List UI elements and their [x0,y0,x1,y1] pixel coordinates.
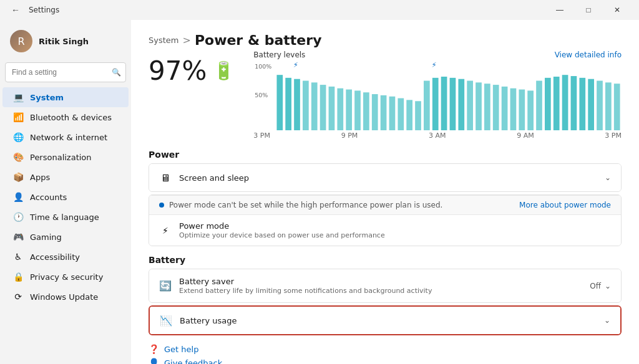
battery-saver-title: Battery saver [179,277,590,286]
give-feedback-link[interactable]: 👤 Give feedback [149,358,622,364]
svg-rect-24 [467,81,474,130]
get-help-icon: ❓ [149,344,159,354]
main-content: System > Power & battery 97% 🔋 Battery l… [131,20,639,364]
battery-percent: 97% 🔋 [149,55,235,86]
sidebar-label-gaming: Gaming [30,232,62,242]
svg-rect-15 [389,97,396,130]
sidebar-item-personalization[interactable]: 🎨 Personalization [2,147,129,167]
svg-rect-41 [614,84,620,130]
power-info-link[interactable]: More about power mode [519,201,611,209]
sidebar-nav: 💻 System 📶 Bluetooth & devices 🌐 Network… [0,87,131,307]
sidebar-item-network[interactable]: 🌐 Network & internet [2,127,129,147]
svg-rect-2 [277,75,283,130]
sidebar-item-accounts[interactable]: 👤 Accounts [2,187,129,207]
system-icon: 💻 [12,92,24,103]
sidebar-item-time[interactable]: 🕐 Time & language [2,207,129,227]
power-info-row: Power mode can't be set while the high p… [149,195,621,215]
sidebar-label-bluetooth: Bluetooth & devices [30,113,112,122]
svg-text:⚡: ⚡ [293,62,298,69]
sidebar-label-system: System [30,93,64,102]
svg-rect-23 [459,79,465,130]
power-mode-content: Power mode Optimize your device based on… [179,221,611,239]
svg-rect-20 [432,78,439,130]
battery-percent-area: 97% 🔋 [149,50,235,86]
power-section-card: 🖥 Screen and sleep ⌄ [149,163,622,192]
search-icon: 🔍 [112,68,121,77]
maximize-button[interactable]: □ [574,0,603,20]
power-mode-card: Power mode can't be set while the high p… [149,194,622,246]
screen-sleep-row[interactable]: 🖥 Screen and sleep ⌄ [149,164,621,191]
chart-label-5: 3 PM [605,132,622,140]
apps-icon: 📦 [12,171,24,183]
svg-rect-18 [416,101,422,130]
search-input[interactable] [5,62,126,82]
view-detailed-info-link[interactable]: View detailed info [555,50,622,59]
svg-rect-21 [441,77,447,130]
chart-header: Battery levels View detailed info [253,50,622,59]
svg-rect-35 [562,75,568,130]
breadcrumb: System > Power & battery [149,32,622,48]
chart-label-4: 9 AM [517,132,534,140]
chart-svg: 100%50%⚡⚡ [253,62,622,130]
svg-rect-39 [597,81,603,130]
minimize-button[interactable]: — [545,0,574,20]
sidebar-item-system[interactable]: 💻 System [2,87,129,107]
username: Ritik Singh [39,37,89,46]
sidebar: R Ritik Singh 🔍 💻 System 📶 Bluetooth & d… [0,20,131,364]
sidebar-user[interactable]: R Ritik Singh [0,25,131,60]
back-button[interactable]: ← [7,4,24,16]
svg-rect-10 [346,90,353,130]
battery-usage-action: ⌄ [604,316,610,325]
screen-sleep-action: ⌄ [605,173,611,182]
power-mode-icon: ⚡ [159,224,172,237]
power-info-text: Power mode can't be set while the high p… [169,201,442,209]
network-icon: 🌐 [12,132,24,143]
sidebar-item-bluetooth[interactable]: 📶 Bluetooth & devices [2,107,129,127]
svg-rect-32 [537,81,543,130]
svg-rect-33 [545,78,551,130]
battery-usage-title: Battery usage [180,316,604,325]
svg-rect-38 [588,79,595,130]
svg-rect-4 [295,79,301,130]
power-section-title: Power [149,150,622,160]
svg-rect-40 [605,82,612,130]
svg-rect-14 [381,95,387,130]
battery-saver-icon: 🔄 [159,280,172,292]
svg-rect-36 [571,76,577,130]
svg-rect-30 [519,90,525,130]
battery-saver-card: 🔄 Battery saver Extend battery life by l… [149,269,622,303]
power-mode-title: Power mode [179,221,611,231]
close-button[interactable]: ✕ [603,0,632,20]
avatar: R [10,30,32,52]
battery-saver-action: Off ⌄ [590,282,611,290]
personalization-icon: 🎨 [12,151,24,163]
page-header: 97% 🔋 Battery levels View detailed info … [149,50,622,140]
get-help-link[interactable]: ❓ Get help [149,344,622,354]
svg-rect-29 [510,89,517,130]
sidebar-item-accessibility[interactable]: ♿ Accessibility [2,247,129,267]
battery-section-title: Battery [149,255,622,265]
battery-saver-row[interactable]: 🔄 Battery saver Extend battery life by l… [149,269,621,302]
svg-text:⚡: ⚡ [432,62,437,69]
screen-sleep-chevron: ⌄ [605,173,611,182]
sidebar-search-container: 🔍 [5,62,126,82]
battery-usage-row[interactable]: 📉 Battery usage ⌄ [150,307,620,334]
sidebar-label-privacy: Privacy & security [30,272,103,282]
chart-x-labels: 3 PM 9 PM 3 AM 9 AM 3 PM [253,132,622,140]
breadcrumb-separator: > [182,34,190,46]
battery-saver-chevron: ⌄ [605,282,611,290]
sidebar-item-update[interactable]: ⟳ Windows Update [2,287,129,307]
give-feedback-icon: 👤 [149,358,159,364]
gaming-icon: 🎮 [12,231,24,242]
sidebar-item-apps[interactable]: 📦 Apps [2,167,129,187]
battery-saver-desc: Extend battery life by limiting some not… [179,287,590,295]
title-bar-title: Settings [29,6,59,14]
sidebar-item-privacy[interactable]: 🔒 Privacy & security [2,267,129,287]
sidebar-label-time: Time & language [30,213,99,222]
screen-sleep-content: Screen and sleep [179,173,605,183]
sidebar-item-gaming[interactable]: 🎮 Gaming [2,227,129,247]
chart-label-3: 3 AM [429,132,446,140]
svg-rect-22 [450,78,456,130]
svg-rect-31 [528,90,534,130]
power-mode-row[interactable]: ⚡ Power mode Optimize your device based … [149,215,621,246]
